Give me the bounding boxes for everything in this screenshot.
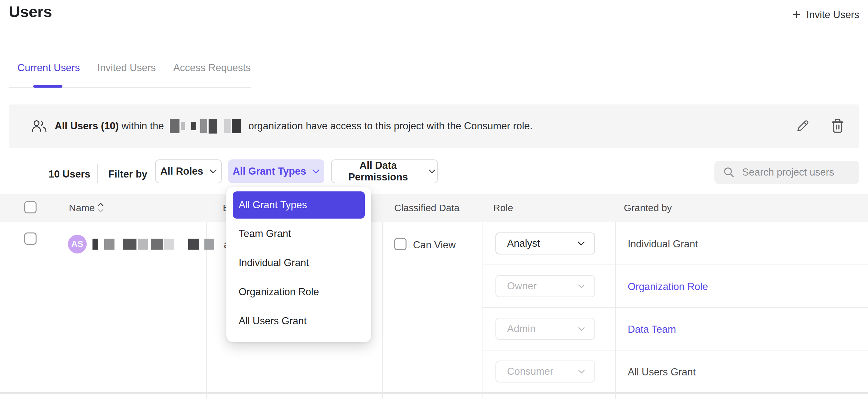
invite-users-label: Invite Users [806,9,859,21]
banner-actions [795,119,844,133]
column-divider [483,222,483,399]
role-select-value: Analyst [507,238,540,249]
column-header-name[interactable]: Name [69,203,95,213]
select-all-checkbox[interactable] [24,201,36,213]
granted-by-all-users-grant: All Users Grant [628,366,695,378]
edit-pencil-icon[interactable] [795,119,809,133]
sort-icon[interactable] [97,202,104,214]
plus-icon: + [792,7,801,21]
chevron-down-icon [578,327,585,331]
banner-post-text: organization have access to this project… [245,120,532,132]
table-header-row: Name E Classified Data Role Granted by [0,194,868,222]
grant-row-divider [483,265,868,265]
chevron-down-icon [578,370,585,374]
banner-bold-text: All Users (10) [55,120,119,132]
column-header-granted-by: Granted by [624,203,672,213]
redacted-org-name [170,119,242,133]
people-icon [31,119,47,133]
chevron-down-icon [312,169,319,174]
can-view-checkbox[interactable] [394,238,406,250]
all-roles-label: All Roles [160,165,204,177]
redacted-user-name [92,238,215,250]
can-view-label: Can View [413,239,456,251]
chevron-down-icon [578,241,585,246]
tab-access-requests[interactable]: Access Requests [173,62,251,74]
all-users-access-banner: All Users (10) within the organization h… [9,104,859,148]
column-header-role: Role [493,203,513,213]
banner-text: All Users (10) within the organization h… [55,119,533,133]
column-divider [615,222,616,399]
role-select-value: Owner [507,280,536,292]
role-select-consumer-disabled: Consumer [495,361,595,382]
role-select-analyst[interactable]: Analyst [495,233,595,254]
avatar: AS [68,235,87,253]
row-select-checkbox[interactable] [24,233,36,245]
menu-item-all-users-grant[interactable]: All Users Grant [239,314,307,328]
search-input[interactable] [742,166,853,179]
column-divider [382,222,383,399]
role-select-owner-disabled: Owner [495,275,595,297]
table-row-divider [0,392,868,394]
all-data-permissions-label: All Data Permissions [334,160,422,183]
all-roles-filter-button[interactable]: All Roles [155,159,222,183]
chevron-down-icon [210,169,217,174]
granted-by-link-organization-role[interactable]: Organization Role [628,281,708,293]
users-page: Users + Invite Users Current Users Invit… [0,0,868,399]
role-select-admin-disabled: Admin [495,318,595,340]
chevron-down-icon [429,169,435,174]
grant-row-divider [483,350,868,350]
tab-invited-users[interactable]: Invited Users [97,62,156,74]
active-tab-indicator [33,85,62,88]
filter-divider [97,164,98,183]
menu-item-team-grant[interactable]: Team Grant [239,227,291,241]
chevron-down-icon [578,284,585,288]
menu-item-organization-role[interactable]: Organization Role [239,285,319,299]
granted-by-individual-grant: Individual Grant [628,238,698,250]
search-icon [723,167,735,178]
granted-by-link-data-team[interactable]: Data Team [628,324,676,335]
menu-item-all-grant-types[interactable]: All Grant Types [233,191,365,219]
search-box [714,161,859,184]
role-select-value: Consumer [507,366,553,377]
invite-users-button[interactable]: + Invite Users [792,8,859,21]
all-grant-types-label: All Grant Types [233,165,306,177]
all-data-permissions-filter-button[interactable]: All Data Permissions [331,159,438,183]
user-count: 10 Users [49,168,90,180]
tab-current-users[interactable]: Current Users [18,62,80,74]
grant-types-menu: All Grant Types Team Grant Individual Gr… [226,187,371,342]
filter-by-label: Filter by [108,168,148,180]
delete-trash-icon[interactable] [831,119,844,133]
menu-item-individual-grant[interactable]: Individual Grant [239,256,309,270]
tab-bar: Current Users Invited Users Access Reque… [18,62,251,74]
all-grant-types-filter-button[interactable]: All Grant Types [228,159,324,183]
column-header-classified-data: Classified Data [394,203,460,213]
role-select-value: Admin [507,323,535,335]
page-title: Users [9,3,52,21]
grant-row-divider [483,307,868,308]
banner-pre-text: within the [119,120,166,132]
